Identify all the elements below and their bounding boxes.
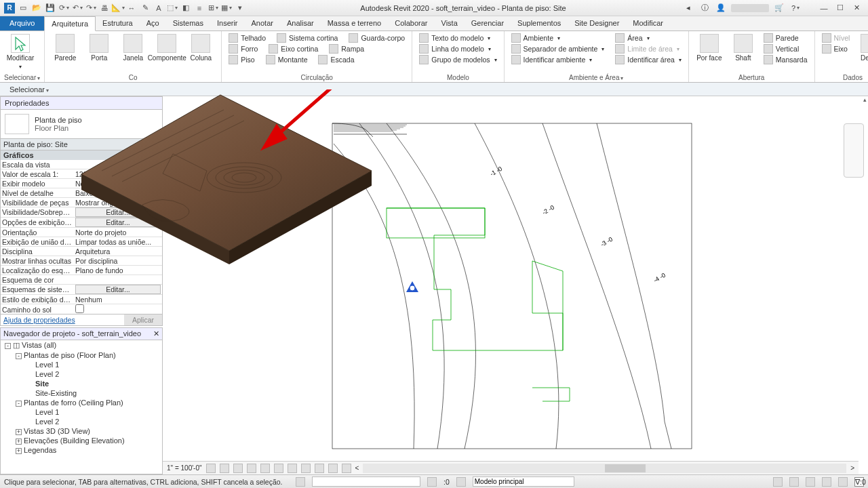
ribbon-collapse-icon[interactable]: ▴ [863,96,867,103]
tab-massa-e-terreno[interactable]: Massa e terreno [321,16,388,30]
eixo-cortina-button[interactable]: Eixo cortina [266,43,321,54]
select-pinned-icon[interactable] [806,477,815,487]
workset-field[interactable] [312,476,420,487]
thin-lines-icon[interactable]: ≡ [194,3,205,14]
measure-icon[interactable]: 📐 [113,3,123,14]
open-folder-icon[interactable]: 📂 [31,3,42,14]
tree-node[interactable]: -Plantas de forro (Ceiling Plan) [1,398,162,407]
select-links-icon[interactable] [773,477,783,487]
save-icon[interactable]: 💾 [45,3,56,14]
tab-colaborar[interactable]: Colaborar [388,16,434,30]
expand-icon[interactable]: + [16,448,22,454]
tree-node[interactable]: +Elevações (Building Elevation) [1,436,162,445]
tab-anotar[interactable]: Anotar [245,16,280,30]
minimize-button[interactable]: — [818,3,830,13]
tree-node[interactable]: -Plantas de piso (Floor Plan) [1,350,162,360]
prop-value[interactable]: Nenhum [74,296,162,304]
tree-node[interactable]: Site [1,379,162,388]
expand-icon[interactable]: - [16,353,22,359]
crop-region-icon[interactable] [288,464,297,473]
tab-suplementos[interactable]: Suplementos [511,16,568,30]
temp-hide-icon[interactable] [315,464,324,473]
tag-icon[interactable]: ✎ [140,3,151,14]
coluna-button[interactable]: Coluna [184,33,217,63]
maximize-button[interactable]: ☐ [834,3,846,13]
drag-elements-icon[interactable] [838,477,848,487]
por-face-button[interactable]: Por face [693,33,726,65]
mansarda-button[interactable]: Mansarda [761,54,810,65]
tree-node[interactable]: Level 2 [1,369,162,379]
expand-icon[interactable]: + [16,429,22,435]
analytic-icon[interactable] [342,464,351,473]
crop-icon[interactable] [274,464,283,473]
dim-icon[interactable]: ↔ [126,3,137,14]
help-icon[interactable]: ? [789,3,802,13]
tree-node[interactable]: +Legendas [1,445,162,455]
tree-node[interactable]: Level 1 [1,360,162,369]
infocenter-icon[interactable]: ⓘ [698,3,711,13]
eixo-button[interactable]: Eixo [819,43,853,54]
tab-site-designer[interactable]: Site Designer [568,16,626,30]
identificar-área-button[interactable]: Identificar área▾ [612,54,684,65]
redo-icon[interactable]: ↷ [85,3,96,14]
design-options-icon[interactable] [427,477,437,487]
ambiente-button[interactable]: Ambiente▾ [509,33,608,43]
sun-path-checkbox[interactable] [75,304,84,313]
tab-arquitetura[interactable]: Arquitetura [44,16,96,31]
telhado-button[interactable]: Telhado [226,33,269,43]
open-icon[interactable]: ▭ [18,3,28,14]
navigation-bar[interactable] [844,123,864,178]
expand-icon[interactable]: - [16,401,22,407]
linha-do-modelo-button[interactable]: Linha do modelo▾ [416,43,499,54]
tree-node[interactable]: Site-Existing [1,388,162,398]
tree-node[interactable]: Level 1 [1,407,162,417]
rampa-button[interactable]: Rampa [326,43,367,54]
tab-aço[interactable]: Aço [140,16,166,30]
sistema-cortina-button[interactable]: Sistema cortina [274,33,340,43]
janela-button[interactable]: Janela [117,33,149,63]
3d-icon[interactable]: ⬚ [167,3,178,14]
undo-icon[interactable]: ↶ [72,3,83,14]
sync-icon[interactable]: ⟳ [58,3,69,14]
section-icon[interactable]: ◧ [180,3,191,14]
expand-icon[interactable]: - [5,343,11,349]
detail-level-icon[interactable] [206,464,216,473]
apps-icon[interactable]: 🛒 [773,3,785,13]
tab-sistemas[interactable]: Sistemas [166,16,210,30]
grupo-de-modelos-button[interactable]: Grupo de modelos▾ [416,54,499,65]
properties-help-link[interactable]: Ajuda de propriedades [1,314,124,325]
limite-de-área-button[interactable]: Limite de área▾ [612,43,684,54]
close-button[interactable]: ✕ [850,3,863,13]
texto-do-modelo-button[interactable]: Texto do modelo▾ [416,33,499,43]
escada-button[interactable]: Escada [315,54,357,65]
porta-button[interactable]: Porta [83,33,115,63]
tab-estrutura[interactable]: Estrutura [96,16,140,30]
rendering-icon[interactable] [260,464,270,473]
tab-analisar[interactable]: Analisar [280,16,321,30]
filter-icon[interactable]: ∇:0 [854,477,864,487]
prop-value[interactable] [74,304,162,314]
tree-node[interactable]: +Vistas 3D (3D View) [1,426,162,436]
scroll-right-icon[interactable]: > [850,464,854,472]
montante-button[interactable]: Montante [263,54,311,65]
tab-arquivo[interactable]: Arquivo [0,16,44,30]
parede-button[interactable]: Parede [49,33,81,63]
apply-button[interactable]: Aplicar [124,314,162,325]
shadows-icon[interactable] [247,464,256,473]
print-icon[interactable]: 🖶 [99,3,110,14]
componente-button[interactable]: Componente [151,33,183,63]
expand-icon[interactable]: + [16,439,22,445]
parede-button[interactable]: Parede [761,33,810,43]
reveal-icon[interactable] [328,464,338,473]
guarda-corpo-button[interactable]: Guarda-corpo [346,33,408,43]
prop-value[interactable]: Editar... [75,285,161,294]
prop-value[interactable]: Plano de fundo [74,266,162,274]
tree-node[interactable]: Level 2 [1,417,162,426]
forro-button[interactable]: Forro [226,43,260,54]
qat-custom-icon[interactable]: ▾ [235,3,245,14]
tab-vista[interactable]: Vista [435,16,465,30]
modificar-button[interactable]: Modificar ▾ [4,33,37,72]
select-underlay-icon[interactable] [789,477,799,487]
tree-node[interactable]: -◫ Vistas (all) [1,340,162,350]
visual-style-icon[interactable] [220,464,229,473]
